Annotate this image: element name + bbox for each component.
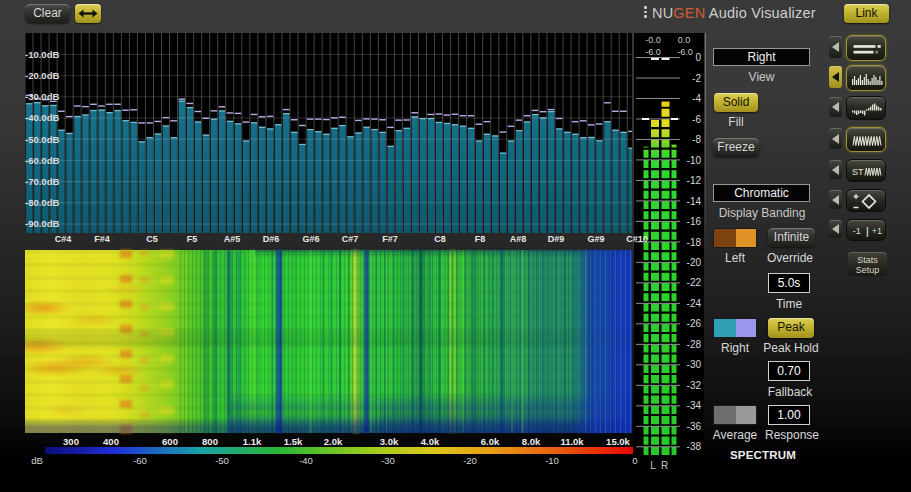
svg-text:ST: ST: [852, 167, 864, 177]
svg-text:-90.0dB: -90.0dB: [25, 218, 59, 229]
svg-text:-34: -34: [687, 400, 702, 411]
svg-text:-10.0dB: -10.0dB: [25, 49, 59, 60]
svg-text:-32: -32: [687, 380, 702, 391]
svg-text:-28: -28: [687, 339, 702, 350]
svg-text:-10: -10: [687, 155, 702, 166]
svg-text:-1: -1: [853, 226, 861, 236]
svg-text:-30.0dB: -30.0dB: [25, 91, 59, 102]
svg-text:-6.0: -6.0: [677, 47, 693, 57]
svg-text:-40.0dB: -40.0dB: [25, 112, 59, 123]
svg-text:-30: -30: [687, 359, 702, 370]
svg-text:0: 0: [695, 52, 701, 63]
svg-text:-38: -38: [687, 441, 702, 452]
svg-text:-2: -2: [692, 73, 701, 84]
svg-text:|: |: [866, 225, 869, 237]
svg-text:-70.0dB: -70.0dB: [25, 176, 59, 187]
svg-text:-6.0: -6.0: [645, 47, 661, 57]
svg-text:-4: -4: [692, 93, 701, 104]
svg-text:-14: -14: [687, 196, 702, 207]
svg-text:-22: -22: [687, 277, 702, 288]
svg-text:-60.0dB: -60.0dB: [25, 155, 59, 166]
svg-text:-36: -36: [687, 421, 702, 432]
svg-text:-20: -20: [687, 257, 702, 268]
svg-text:-16: -16: [687, 216, 702, 227]
svg-text:-8: -8: [692, 134, 701, 145]
svg-text:-6: -6: [692, 114, 701, 125]
svg-text:-26: -26: [687, 318, 702, 329]
svg-text:-12: -12: [687, 175, 702, 186]
svg-text:-0.0: -0.0: [645, 35, 661, 45]
svg-text:0.0: 0.0: [678, 35, 691, 45]
svg-text:-18: -18: [687, 237, 702, 248]
svg-text:-50.0dB: -50.0dB: [25, 134, 59, 145]
svg-text:+1: +1: [872, 226, 882, 236]
svg-text:-80.0dB: -80.0dB: [25, 197, 59, 208]
svg-text:-20.0dB: -20.0dB: [25, 70, 59, 81]
svg-text:-24: -24: [687, 298, 702, 309]
